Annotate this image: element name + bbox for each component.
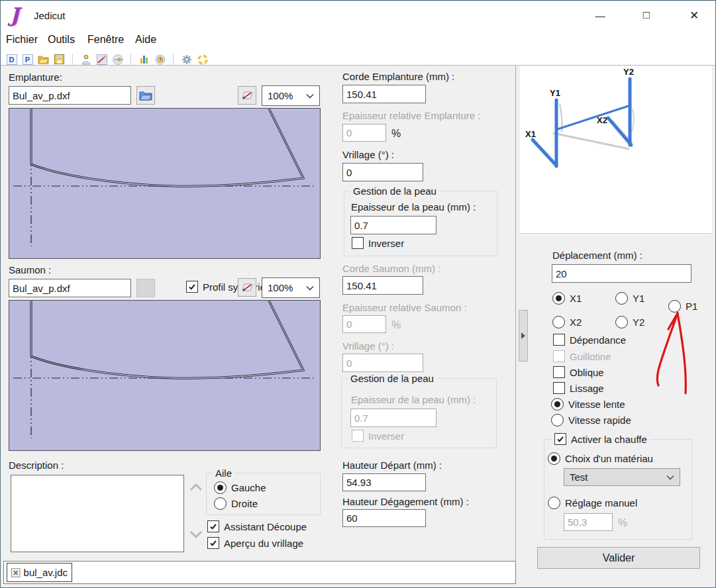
radio-icon bbox=[214, 497, 227, 510]
corde-emplanture-input[interactable]: 150.41 bbox=[342, 85, 426, 103]
checkbox-icon bbox=[352, 237, 364, 249]
emplanture-profile-view bbox=[9, 108, 321, 259]
scroll-down-icon[interactable] bbox=[189, 530, 203, 540]
percent-label: % bbox=[618, 517, 627, 529]
minimize-button[interactable]: — bbox=[589, 6, 611, 24]
radio-x2[interactable]: X2 bbox=[552, 316, 582, 328]
chevron-down-icon bbox=[306, 93, 314, 99]
tab-bul-av-jdc[interactable]: bul_av.jdc bbox=[7, 563, 72, 582]
percent-label: % bbox=[391, 319, 401, 331]
checkbox-icon bbox=[553, 334, 565, 346]
emplanture-file-input[interactable]: Bul_av_p.dxf bbox=[9, 86, 131, 105]
corde-saumon-label: Corde Saumon (mm) : bbox=[342, 263, 440, 274]
map-pen-icon bbox=[241, 282, 254, 293]
settings-gear-icon[interactable] bbox=[181, 54, 192, 65]
inverser-emplanture-checkbox[interactable]: Inverser bbox=[352, 237, 404, 249]
radio-icon bbox=[668, 300, 681, 313]
epaisseur-rel-emplanture-label: Epaisseur relative Emplanture : bbox=[342, 110, 480, 121]
chevron-right-icon bbox=[521, 332, 525, 339]
description-textarea[interactable] bbox=[11, 475, 184, 552]
radio-gauche[interactable]: Gauche bbox=[214, 481, 266, 494]
clock-icon[interactable] bbox=[154, 54, 166, 65]
guillotine-checkbox: Guillotine bbox=[553, 350, 611, 362]
radio-droite[interactable]: Droite bbox=[214, 497, 258, 510]
hauteur-depart-label: Hauteur Départ (mm) : bbox=[342, 460, 442, 471]
oblique-checkbox[interactable]: Oblique bbox=[553, 366, 604, 378]
close-button[interactable]: ✕ bbox=[683, 6, 705, 24]
toolbar: D P bbox=[6, 53, 208, 66]
vrillage-emplanture-label: Vrillage (°) : bbox=[342, 149, 394, 160]
radio-selected-icon bbox=[548, 452, 560, 465]
panel-collapse-button[interactable] bbox=[519, 310, 528, 362]
checkbox-icon bbox=[352, 430, 364, 442]
deplacement-input[interactable]: 20 bbox=[552, 264, 691, 283]
menu-fichier[interactable]: Fichier bbox=[6, 34, 38, 46]
vitesse-lente-radio[interactable]: Vitesse lente bbox=[551, 398, 625, 411]
epaisseur-rel-saumon-label: Epaisseur relative Saumon : bbox=[342, 302, 467, 313]
cut-path-icon[interactable] bbox=[96, 54, 107, 65]
new-dxf-icon[interactable]: D bbox=[6, 54, 17, 65]
checkbox-icon bbox=[553, 366, 565, 378]
dependance-checkbox[interactable]: Dépendance bbox=[553, 334, 626, 346]
machine-axes-diagram: X1 Y1 X2 Y2 bbox=[520, 66, 712, 234]
edit-profile-button-top[interactable] bbox=[238, 86, 256, 105]
radio-x1[interactable]: X1 bbox=[552, 292, 582, 305]
vitesse-rapide-radio[interactable]: Vitesse rapide bbox=[551, 414, 631, 426]
menu-outils[interactable]: Outils bbox=[48, 34, 75, 46]
menu-fenetre[interactable]: Fenêtre bbox=[87, 34, 124, 46]
maximize-button[interactable]: □ bbox=[635, 6, 658, 24]
corde-saumon-input[interactable]: 150.41 bbox=[342, 276, 423, 295]
new-project-icon[interactable]: P bbox=[22, 54, 33, 65]
scroll-up-icon[interactable] bbox=[189, 482, 203, 492]
emplanture-label: Emplanture: bbox=[9, 72, 62, 83]
save-icon[interactable] bbox=[54, 54, 65, 65]
close-tab-icon[interactable] bbox=[11, 568, 21, 577]
saumon-label: Saumon : bbox=[9, 264, 51, 275]
loading-ring-icon[interactable] bbox=[197, 54, 208, 65]
hauteur-depart-input[interactable]: 54.93 bbox=[342, 473, 426, 491]
saumon-profile-view bbox=[9, 300, 321, 451]
window-title: Jedicut bbox=[34, 10, 66, 21]
edit-profile-button-bottom[interactable] bbox=[238, 278, 256, 297]
checkbox-icon bbox=[553, 350, 565, 362]
stats-bars-icon[interactable] bbox=[138, 54, 150, 65]
saumon-file-input[interactable]: Bul_av_p.dxf bbox=[9, 279, 131, 297]
axis-y2-label: Y2 bbox=[623, 67, 634, 77]
user-icon[interactable] bbox=[80, 54, 91, 65]
annotation-arrow bbox=[648, 305, 695, 401]
vrillage-emplanture-input[interactable]: 0 bbox=[342, 163, 423, 181]
hauteur-degagement-input[interactable]: 60 bbox=[342, 509, 426, 527]
reglage-manuel-radio[interactable]: Réglage manuel bbox=[548, 497, 637, 509]
apercu-vrillage-checkbox[interactable]: Aperçu du vrillage bbox=[207, 537, 303, 549]
checkbox-checked-icon bbox=[207, 520, 219, 532]
lissage-checkbox[interactable]: Lissage bbox=[553, 382, 604, 394]
chevron-down-icon bbox=[306, 285, 314, 291]
hauteur-degagement-label: Hauteur Dégagement (mm) : bbox=[342, 496, 469, 507]
materiau-select[interactable]: Test bbox=[564, 468, 680, 486]
radio-selected-icon bbox=[552, 292, 565, 305]
zoom-select-top[interactable]: 100% bbox=[262, 85, 320, 106]
peau-emplanture-label: Epaisseur de la peau (mm) : bbox=[351, 201, 476, 213]
run-arrow-icon[interactable] bbox=[112, 54, 123, 65]
toolbar-separator bbox=[72, 54, 73, 65]
radio-y2[interactable]: Y2 bbox=[615, 316, 644, 328]
radio-p1[interactable]: P1 bbox=[668, 300, 697, 313]
open-emplanture-button[interactable] bbox=[136, 86, 155, 105]
radio-icon bbox=[552, 316, 565, 328]
radio-icon bbox=[548, 497, 560, 509]
activer-chauffe-checkbox[interactable]: Activer la chauffe bbox=[552, 433, 650, 445]
assistant-decoupe-checkbox[interactable]: Assistant Découpe bbox=[207, 520, 307, 532]
aile-group-title: Aile bbox=[213, 467, 234, 479]
zoom-select-bottom[interactable]: 100% bbox=[262, 277, 320, 298]
radio-icon bbox=[551, 414, 564, 426]
radio-y1[interactable]: Y1 bbox=[615, 292, 644, 305]
peau-emplanture-input[interactable]: 0.7 bbox=[350, 216, 436, 234]
open-folder-icon[interactable] bbox=[38, 54, 49, 65]
valider-button[interactable]: Valider bbox=[537, 547, 700, 569]
menu-aide[interactable]: Aide bbox=[135, 34, 156, 46]
document-tabstrip: bul_av.jdc bbox=[3, 561, 516, 584]
chevron-down-icon bbox=[666, 475, 674, 480]
choix-materiau-radio[interactable]: Choix d'un matériau bbox=[548, 452, 653, 465]
epaisseur-rel-emplanture-input: 0 bbox=[342, 124, 386, 142]
peau-saumon-group-title: Gestion de la peau bbox=[348, 373, 436, 384]
